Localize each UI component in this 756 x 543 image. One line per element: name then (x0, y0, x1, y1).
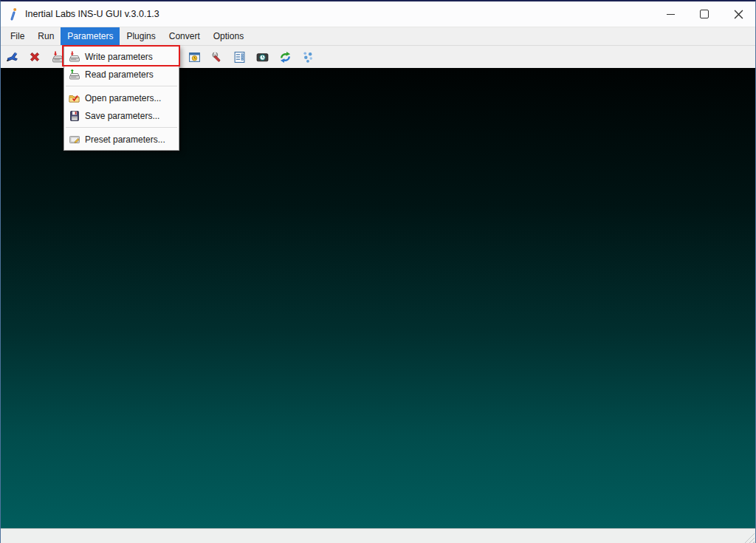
menu-item-write-parameters[interactable]: Write parameters (64, 48, 179, 66)
tools-wrench-button[interactable] (207, 47, 227, 66)
menu-item-label: Save parameters... (85, 111, 159, 121)
log-drive-button[interactable] (252, 47, 272, 66)
menu-item-preset-parameters[interactable]: Preset parameters... (64, 131, 179, 148)
menu-item-read-parameters[interactable]: Read parameters (64, 66, 179, 83)
graph-button[interactable] (298, 47, 317, 66)
disconnect-icon (28, 50, 41, 64)
connect-button[interactable] (2, 47, 21, 66)
window-controls (653, 1, 755, 27)
menu-separator (66, 127, 177, 128)
save-parameters-floppy-icon (69, 110, 80, 122)
log-drive-clock-icon (256, 51, 269, 64)
close-icon (734, 10, 743, 19)
menu-options[interactable]: Options (207, 27, 250, 45)
convert-arrows-icon (279, 51, 292, 64)
read-parameters-icon (69, 69, 80, 81)
title-bar: Inertial Labs INS-U GUI v.3.0.1.3 (1, 1, 755, 27)
device-window-button[interactable] (185, 47, 204, 66)
menu-item-save-parameters[interactable]: Save parameters... (64, 107, 179, 125)
minimize-icon (667, 14, 675, 15)
menu-item-open-parameters[interactable]: Open parameters... (64, 89, 179, 107)
close-button[interactable] (721, 1, 755, 27)
menu-item-label: Read parameters (85, 69, 154, 80)
disconnect-button[interactable] (25, 47, 44, 66)
parameters-dropdown-menu: Write parameters Read parameters (63, 46, 179, 151)
menu-plugins[interactable]: Plugins (120, 27, 162, 45)
connect-icon (5, 50, 19, 64)
menu-parameters[interactable]: Parameters (61, 27, 120, 45)
window-title: Inertial Labs INS-U GUI v.3.0.1.3 (25, 9, 159, 19)
menu-file[interactable]: File (4, 27, 31, 45)
menu-item-label: Write parameters (85, 52, 153, 62)
preset-parameters-icon (69, 134, 80, 146)
menu-run[interactable]: Run (31, 27, 61, 45)
parameters-form-icon (233, 51, 246, 64)
tools-wrench-icon (211, 51, 224, 64)
parameters-form-button[interactable] (230, 47, 249, 66)
convert-button[interactable] (275, 47, 295, 66)
resize-grip[interactable] (743, 533, 755, 543)
graph-dots-icon (302, 51, 315, 64)
menu-separator (66, 86, 177, 86)
device-window-icon (188, 51, 201, 64)
app-logo-icon (7, 7, 19, 21)
menu-item-label: Preset parameters... (85, 134, 165, 145)
write-parameters-icon (52, 51, 64, 64)
menu-convert[interactable]: Convert (162, 27, 207, 45)
maximize-button[interactable] (687, 1, 721, 27)
open-parameters-folder-icon (69, 92, 80, 104)
minimize-button[interactable] (653, 1, 687, 27)
menu-item-label: Open parameters... (85, 93, 161, 103)
app-window: Inertial Labs INS-U GUI v.3.0.1.3 File R… (0, 0, 756, 543)
menu-bar: File Run Parameters Plugins Convert Opti… (1, 27, 755, 45)
maximize-icon (700, 10, 709, 18)
status-bar (1, 528, 755, 543)
write-parameters-icon (69, 51, 80, 63)
